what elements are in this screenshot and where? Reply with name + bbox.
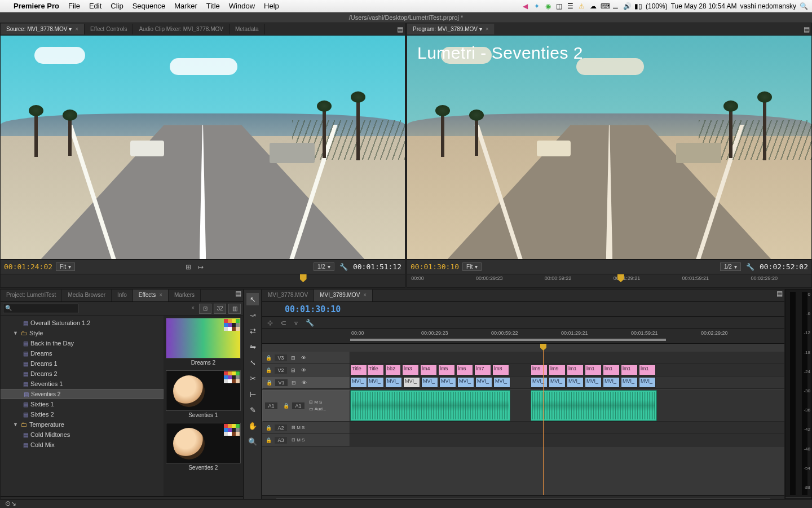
wrench-icon[interactable]: 🔧 xyxy=(338,263,350,271)
disclosure-icon[interactable]: ▼ xyxy=(13,330,19,336)
video-clip[interactable]: bb2 xyxy=(385,365,401,375)
zoom-tool[interactable]: 🔍 xyxy=(246,435,259,448)
video-clip[interactable]: lm1 xyxy=(585,365,602,375)
video-clip[interactable]: lm1 xyxy=(603,365,620,375)
video-clip[interactable]: MVI_ xyxy=(457,377,474,388)
volume-icon[interactable]: 🔊 xyxy=(623,2,631,10)
video-clip[interactable]: MVI_ xyxy=(585,377,602,388)
video-clip[interactable]: Title xyxy=(350,365,367,375)
tab-program[interactable]: Program: MVI_3789.MOV ▾× xyxy=(407,24,495,34)
rate-stretch-tool[interactable]: ⤡ xyxy=(246,356,259,369)
hand-tool[interactable]: ✋ xyxy=(246,419,259,432)
video-clip[interactable]: MVI_ xyxy=(603,377,620,388)
video-clip[interactable]: lm3 xyxy=(402,365,419,375)
warning-icon[interactable]: ⚠ xyxy=(578,2,586,10)
track-name[interactable]: A3 xyxy=(275,437,287,444)
track-lane[interactable] xyxy=(350,422,784,434)
video-clip[interactable]: lm1 xyxy=(639,365,656,375)
sync-lock-icon[interactable]: ⊟ xyxy=(289,367,297,373)
source-viewer[interactable] xyxy=(1,36,405,259)
settings-icon[interactable]: 🔧 xyxy=(304,319,316,327)
rolling-edit-tool[interactable]: ⇋ xyxy=(246,340,259,353)
video-clip[interactable]: MVI_ xyxy=(403,377,420,388)
video-clip[interactable]: lm9 xyxy=(531,365,548,375)
dropbox-icon[interactable]: ◫ xyxy=(555,2,563,10)
video-clip[interactable]: MVI_ xyxy=(439,377,456,388)
track-header[interactable]: 🔒V1⊟👁 xyxy=(262,376,350,389)
tab-metadata[interactable]: Metadata xyxy=(230,24,265,34)
preset-row[interactable]: ▤Seventies 2 xyxy=(1,389,164,399)
app-menu[interactable]: Premiere Pro xyxy=(14,2,59,10)
sequence-tab[interactable]: MVI_3778.MOV xyxy=(262,290,314,301)
selection-tool[interactable]: ↖ xyxy=(246,293,259,305)
video-clip[interactable]: lm6 xyxy=(456,365,473,375)
folder-row[interactable]: ▼🗀Temperature xyxy=(1,419,164,430)
track-name[interactable]: V2 xyxy=(275,367,287,374)
video-clip[interactable]: lm4 xyxy=(420,365,437,375)
cloud-icon[interactable]: ☁ xyxy=(589,2,597,10)
program-viewer[interactable]: Lumetri - Seventies 2 xyxy=(407,36,811,259)
preset-row[interactable]: ▤Overall Saturation 1.2 xyxy=(1,318,164,328)
audio-clip[interactable] xyxy=(350,390,510,421)
menu-file[interactable]: File xyxy=(68,2,80,10)
video-clip[interactable]: lm7 xyxy=(474,365,491,375)
track-header[interactable]: 🔒V3⊟👁 xyxy=(262,352,350,364)
sync-lock-icon[interactable]: ⊟ xyxy=(289,355,297,361)
track-header[interactable]: A1🔒A1⊟ M S▭ Aud... xyxy=(262,390,350,422)
panel-menu-icon[interactable]: ▤ xyxy=(775,290,784,301)
tab-media-browser[interactable]: Media Browser xyxy=(62,290,112,301)
close-icon[interactable]: × xyxy=(363,292,367,298)
tab-info[interactable]: Info xyxy=(112,290,133,301)
settings-icon[interactable]: ⊞ xyxy=(184,263,193,271)
track-name[interactable]: A1 xyxy=(292,402,304,409)
lock-icon[interactable]: 🔒 xyxy=(264,425,272,431)
video-clip[interactable]: MVI_ xyxy=(549,377,566,388)
video-clip[interactable]: lm8 xyxy=(492,365,509,375)
track-lane[interactable]: TitleTitlebb2lm3lm4lm5lm6lm7lm8lm9lm9lm1… xyxy=(350,364,784,376)
preset-row[interactable]: ▤Seventies 1 xyxy=(1,379,164,389)
menu-window[interactable]: Window xyxy=(229,2,255,10)
menuextra-icon[interactable]: ✦ xyxy=(533,2,541,10)
user-menu[interactable]: vashi nedomansky xyxy=(740,2,796,10)
tab-source[interactable]: Source: MVI_3778.MOV ▾× xyxy=(1,24,85,34)
menu-marker[interactable]: Marker xyxy=(174,2,197,10)
menuextra-icon[interactable]: ◉ xyxy=(544,2,552,10)
clear-icon[interactable]: × xyxy=(191,305,195,311)
clock[interactable]: Tue May 28 10:54 AM xyxy=(671,2,737,10)
battery-icon[interactable]: ▮▯ xyxy=(634,2,642,10)
preset-row[interactable]: ▤Dreams 1 xyxy=(1,358,164,369)
video-clip[interactable]: lm1 xyxy=(567,365,584,375)
close-icon[interactable]: × xyxy=(486,26,489,32)
video-clip[interactable]: MVI_ xyxy=(567,377,584,388)
preset-row[interactable]: ▤Sixties 1 xyxy=(1,399,164,409)
preset-preview[interactable]: Dreams 2 xyxy=(166,318,241,367)
insert-icon[interactable]: ↦ xyxy=(196,263,205,271)
preset-row[interactable]: ▤Back in the Day xyxy=(1,338,164,348)
menu-title[interactable]: Title xyxy=(206,2,220,10)
video-clip[interactable]: MVI_ xyxy=(385,377,402,388)
video-clip[interactable]: MVI_ xyxy=(367,377,384,388)
track-lane[interactable] xyxy=(350,390,784,422)
preset-row[interactable]: ▤Dreams xyxy=(1,348,164,358)
video-clip[interactable]: MVI_ xyxy=(639,377,656,388)
menu-edit[interactable]: Edit xyxy=(89,2,102,10)
lock-icon[interactable]: 🔒 xyxy=(282,403,290,409)
eye-icon[interactable]: 👁 xyxy=(300,380,308,386)
folder-row[interactable]: ▼🗀Style xyxy=(1,328,164,338)
preset-preview[interactable]: Seventies 1 xyxy=(166,370,241,419)
video-clip[interactable]: MVI_ xyxy=(621,377,638,388)
track-name[interactable]: V1 xyxy=(275,379,288,386)
video-clip[interactable]: MVI_ xyxy=(421,377,438,388)
linked-selection-icon[interactable]: ⊂ xyxy=(279,319,288,327)
track-name[interactable]: A2 xyxy=(275,424,287,431)
program-in-timecode[interactable]: 00:01:30:10 xyxy=(411,262,459,271)
track-lane[interactable] xyxy=(350,352,784,364)
menu-help[interactable]: Help xyxy=(264,2,279,10)
lock-icon[interactable]: 🔒 xyxy=(264,355,272,361)
slip-tool[interactable]: ⊢ xyxy=(246,388,259,400)
keyboard-icon[interactable]: ⌨ xyxy=(601,2,608,10)
preset-row[interactable]: ▤Cold Mix xyxy=(1,440,164,450)
track-name[interactable]: V3 xyxy=(275,354,287,361)
video-clip[interactable]: MVI_ xyxy=(350,377,367,388)
panel-menu-icon[interactable]: ▤ xyxy=(395,25,405,33)
